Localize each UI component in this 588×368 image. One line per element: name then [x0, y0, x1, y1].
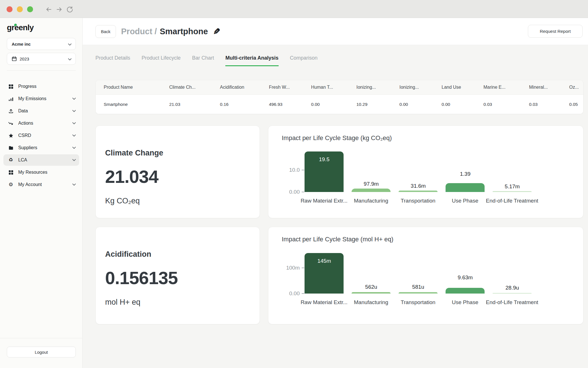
sidebar-item-my-emissions[interactable]: My Emissions: [3, 93, 79, 104]
year-selector-value: 2023: [20, 56, 68, 61]
table-header-cell: Mineral...: [529, 85, 569, 90]
y-axis-tick: 0.00: [272, 189, 304, 195]
sidebar-item-label: Suppliers: [18, 145, 72, 150]
calendar-icon: [12, 56, 17, 61]
browser-back-icon[interactable]: [45, 6, 52, 13]
chevron-down-icon: [72, 122, 76, 124]
table-header-cell: Marine E...: [483, 85, 529, 90]
chart-mol-h-eq: Impact per Life Cycle Stage (mol H+ eq) …: [268, 227, 583, 324]
bar-end-of-life-treatment: [493, 293, 532, 294]
climate-change-card: Climate Change 21.034 Kg CO₂eq: [95, 126, 260, 218]
request-report-label: Request Report: [540, 29, 571, 34]
sidebar-item-data[interactable]: Data: [3, 105, 79, 117]
sidebar-nav: ProgressMy EmissionsDataActionsCSRDSuppl…: [3, 81, 79, 191]
table-header-cell: Land Use: [442, 85, 483, 90]
bar-value-label: 145m: [301, 258, 348, 264]
sidebar-item-label: My Resources: [18, 170, 76, 175]
traffic-close-button[interactable]: [7, 6, 13, 12]
table-cell: 0.03: [483, 102, 529, 107]
metric-value: 21.034: [105, 166, 158, 187]
year-selector[interactable]: 2023: [7, 53, 76, 65]
traffic-zoom-button[interactable]: [27, 6, 33, 12]
y-axis-tick: 0.00: [272, 290, 304, 297]
table-cell: 0.00: [399, 102, 442, 107]
main-content: Back Product / Smartphone ✎ Request Repo…: [83, 18, 588, 368]
back-button[interactable]: Back: [95, 25, 116, 38]
table-header-cell: Ionizing...: [399, 85, 442, 90]
table-cell: 0.00: [442, 102, 483, 107]
tab-product-details[interactable]: Product Details: [95, 55, 130, 66]
y-axis-tick: 100m: [272, 264, 304, 271]
sidebar-item-my-resources[interactable]: My Resources: [3, 167, 79, 178]
gear-icon: ⚙: [8, 182, 14, 187]
metric-unit: Kg CO₂eq: [105, 197, 140, 205]
app-window: greenly Acme inc 2023 ProgressMy Emissio…: [0, 0, 588, 368]
browser-reload-icon[interactable]: [66, 6, 74, 13]
tab-multi-criteria-analysis[interactable]: Multi-criteria Analysis: [225, 55, 278, 66]
bar-end-of-life-treatment: [493, 191, 532, 192]
sidebar-item-progress[interactable]: Progress: [3, 81, 79, 92]
sidebar-item-lca[interactable]: ♻LCA: [3, 154, 79, 166]
x-axis-label: End-of-Life Treatment: [479, 299, 545, 306]
table-cell: 0.03: [529, 102, 569, 107]
bar-transportation: [399, 191, 438, 192]
bar-chart-plot: 10.00.0019.5Raw Material Extr...97.9mMan…: [268, 126, 583, 192]
page-header: Back Product / Smartphone ✎ Request Repo…: [83, 18, 588, 45]
tick-mark: [302, 170, 304, 171]
bar-manufacturing: [352, 189, 391, 192]
bar-use-phase: [446, 183, 485, 192]
table-cell: 496.93: [269, 102, 311, 107]
y-axis-tick-label: 0.00: [289, 189, 300, 195]
sidebar-item-label: LCA: [18, 157, 72, 163]
sidebar-item-label: Data: [18, 108, 72, 114]
recycle-icon: ♻: [8, 157, 14, 163]
table-header-cell: Acidification: [220, 85, 269, 90]
bar-value-label: 562u: [348, 284, 395, 290]
bar-value-label: 19.5: [301, 156, 348, 163]
table-body: Smartphone21.030.16496.930.0010.290.000.…: [96, 95, 583, 114]
bar-manufacturing: [352, 292, 391, 294]
star-icon: [8, 133, 14, 138]
sidebar: greenly Acme inc 2023 ProgressMy Emissio…: [0, 18, 83, 368]
y-axis-tick: 10.0: [272, 167, 304, 173]
table-cell: 21.03: [169, 102, 220, 107]
request-report-button[interactable]: Request Report: [528, 25, 583, 38]
chevron-down-icon: [68, 56, 72, 61]
tab-comparison[interactable]: Comparison: [290, 55, 318, 66]
page-title: Smartphone: [160, 27, 208, 36]
table-header-cell: Human T...: [311, 85, 356, 90]
impact-table: Product NameClimate Ch...AcidificationFr…: [95, 80, 583, 114]
tab-product-lifecycle[interactable]: Product Lifecycle: [142, 55, 181, 66]
table-cell: 0.16: [220, 102, 269, 107]
bar-value-label: 1.39: [442, 171, 489, 177]
sidebar-footer-divider: [0, 338, 83, 338]
edit-pencil-icon[interactable]: ✎: [213, 27, 220, 36]
table-cell: 10.29: [356, 102, 399, 107]
bar-transportation: [399, 292, 438, 294]
traffic-minimize-button[interactable]: [17, 6, 23, 12]
metric-value: 0.156135: [105, 268, 178, 288]
upload-icon: [8, 108, 14, 114]
bar-value-label: 28.9u: [489, 284, 536, 291]
sidebar-item-csrd[interactable]: CSRD: [3, 130, 79, 141]
acidification-card: Acidification 0.156135 mol H+ eq: [95, 227, 260, 324]
x-axis-label: End-of-Life Treatment: [479, 198, 545, 204]
table-cell: 0.05: [569, 102, 583, 107]
metric-title: Acidification: [105, 250, 151, 259]
company-selector[interactable]: Acme inc: [7, 38, 76, 50]
tab-bar-chart[interactable]: Bar Chart: [192, 55, 214, 66]
back-button-label: Back: [101, 29, 110, 34]
sidebar-item-actions[interactable]: Actions: [3, 118, 79, 129]
chevron-down-icon: [68, 42, 72, 46]
bar-use-phase: [446, 288, 485, 294]
sidebar-item-suppliers[interactable]: Suppliers: [3, 142, 79, 153]
logout-button[interactable]: Logout: [7, 347, 76, 357]
trend-icon: [8, 121, 14, 126]
sidebar-item-label: Actions: [18, 121, 72, 126]
logout-label: Logout: [35, 350, 48, 355]
sidebar-item-my-account[interactable]: ⚙My Account: [3, 179, 79, 190]
logo-leaf-icon: [14, 24, 17, 26]
table-header-cell: Product Name: [104, 85, 169, 90]
table-row[interactable]: Smartphone21.030.16496.930.0010.290.000.…: [96, 95, 583, 114]
browser-forward-icon[interactable]: [56, 6, 63, 13]
